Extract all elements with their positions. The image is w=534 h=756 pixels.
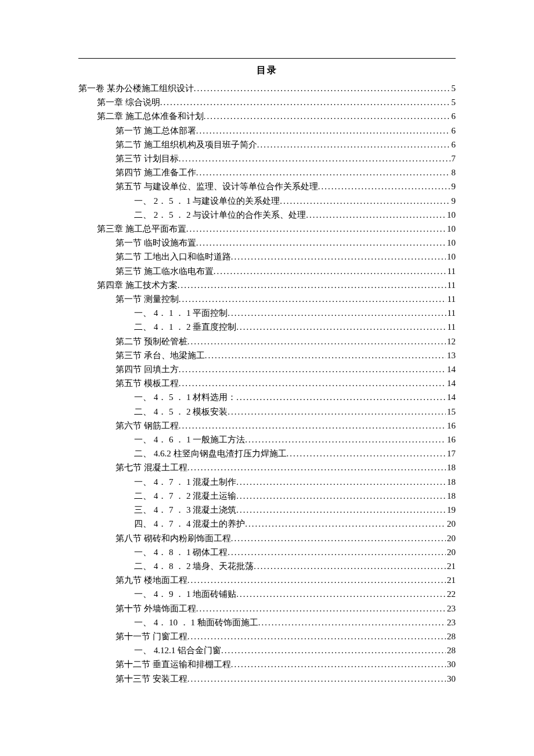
toc-entry-page: 10 bbox=[446, 250, 456, 264]
toc-entry-page: 20 bbox=[446, 545, 456, 559]
toc-entry-label: 第五节 与建设单位、监理、设计等单位合作关系处理 bbox=[116, 179, 318, 193]
toc-entry-page: 18 bbox=[446, 475, 456, 489]
toc-entry-page: 22 bbox=[446, 587, 456, 601]
toc-leader-dots bbox=[179, 419, 446, 433]
toc-entry-label: 第十二节 垂直运输和排棚工程 bbox=[116, 657, 231, 671]
toc-entry: 第十三节 安装工程30 bbox=[78, 672, 456, 686]
toc-leader-dots bbox=[160, 95, 450, 109]
toc-leader-dots bbox=[179, 292, 446, 306]
toc-entry-label: 第一节 临时设施布置 bbox=[116, 236, 196, 250]
toc-entry: 一、 4． 6 ． 1 一般施工方法16 bbox=[78, 433, 456, 447]
toc-entry-label: 二、 2． 5 ． 2 与设计单位的合作关系、处理 bbox=[134, 208, 306, 222]
toc-entry: 第八节 砌砖和内粉刷饰面工程20 bbox=[78, 531, 456, 545]
toc-entry-page: 14 bbox=[446, 362, 456, 376]
toc-leader-dots bbox=[258, 615, 446, 629]
toc-entry: 第三节 计划目标7 bbox=[78, 152, 456, 165]
toc-entry-page: 6 bbox=[450, 138, 456, 152]
toc-entry-label: 第七节 混凝土工程 bbox=[116, 460, 187, 474]
toc-leader-dots bbox=[231, 250, 446, 264]
toc-entry-label: 一、 4． 10 ． 1 釉面砖饰面施工 bbox=[134, 615, 258, 629]
toc-entry: 一、 4． 8 ． 1 砌体工程20 bbox=[78, 545, 456, 559]
toc-entry-label: 第二节 预制砼管桩 bbox=[116, 334, 187, 348]
toc-entry-label: 第十一节 门窗工程 bbox=[116, 629, 187, 643]
toc-leader-dots bbox=[214, 264, 446, 278]
toc-entry: 一、 4． 10 ． 1 釉面砖饰面施工23 bbox=[78, 615, 456, 629]
toc-leader-dots bbox=[236, 587, 446, 601]
toc-entry-page: 28 bbox=[446, 629, 456, 643]
toc-entry-label: 二、 4.6.2 柱竖向钢盘电渣打压力焊施工 bbox=[134, 447, 287, 460]
toc-entry-label: 一、 4． 9 ． 1 地面砖铺贴 bbox=[134, 587, 236, 601]
toc-leader-dots bbox=[228, 405, 446, 419]
toc-entry-page: 12 bbox=[446, 334, 456, 348]
toc-entry-page: 7 bbox=[450, 152, 456, 165]
toc-leader-dots bbox=[187, 672, 446, 686]
toc-leader-dots bbox=[205, 348, 446, 362]
toc-entry-page: 20 bbox=[446, 531, 456, 545]
toc-entry-page: 20 bbox=[446, 517, 456, 531]
toc-entry-label: 第三节 施工临水临电布置 bbox=[116, 264, 214, 278]
toc-entry: 一、 2． 5 ． 1 与建设单位的关系处理9 bbox=[78, 194, 456, 208]
toc-entry: 第一节 测量控制11 bbox=[78, 292, 456, 306]
toc-entry-page: 11 bbox=[446, 264, 456, 278]
toc-entry: 二、 4． 8 ． 2 墙身、天花批荡21 bbox=[78, 559, 456, 573]
toc-entry-page: 5 bbox=[450, 95, 456, 109]
toc-leader-dots bbox=[236, 475, 446, 489]
toc-leader-dots bbox=[231, 657, 446, 671]
toc-entry-label: 第一节 施工总体部署 bbox=[116, 124, 196, 138]
toc-entry: 二、 2． 5 ． 2 与设计单位的合作关系、处理10 bbox=[78, 208, 456, 222]
toc-leader-dots bbox=[236, 489, 446, 503]
toc-leader-dots bbox=[245, 517, 446, 531]
toc-leader-dots bbox=[186, 222, 446, 236]
toc-entry: 第二节 预制砼管桩12 bbox=[78, 334, 456, 348]
toc-entry-label: 一、 2． 5 ． 1 与建设单位的关系处理 bbox=[134, 194, 280, 208]
toc-leader-dots bbox=[287, 447, 446, 460]
toc-leader-dots bbox=[254, 559, 446, 573]
toc-entry: 一、 4． 5 ． 1 材料选用：14 bbox=[78, 390, 456, 404]
toc-leader-dots bbox=[178, 278, 446, 292]
toc-entry-page: 18 bbox=[446, 489, 456, 503]
toc-leader-dots bbox=[228, 545, 446, 559]
toc-entry: 第四节 施工准备工作8 bbox=[78, 165, 456, 179]
toc-entry-page: 8 bbox=[450, 165, 456, 179]
toc-entry: 第三章 施工总平面布置10 bbox=[78, 222, 456, 236]
toc-entry: 第五节 与建设单位、监理、设计等单位合作关系处理9 bbox=[78, 179, 456, 193]
toc-leader-dots bbox=[196, 124, 450, 138]
toc-entry: 第二节 工地出入口和临时道路10 bbox=[78, 250, 456, 264]
toc-entry-page: 16 bbox=[446, 433, 456, 447]
toc-entry: 三、 4． 7 ． 3 混凝土浇筑19 bbox=[78, 503, 456, 517]
toc-entry: 第四章 施工技术方案11 bbox=[78, 278, 456, 292]
toc-entry-label: 第三节 承台、地梁施工 bbox=[116, 348, 205, 362]
toc-entry-page: 23 bbox=[446, 615, 456, 629]
toc-entry: 二、 4． 7 ． 2 混凝土运输18 bbox=[78, 489, 456, 503]
toc-leader-dots bbox=[194, 81, 450, 95]
toc-entry-label: 第三章 施工总平面布置 bbox=[97, 222, 186, 236]
toc-entry: 第七节 混凝土工程18 bbox=[78, 460, 456, 474]
toc-entry-label: 第四章 施工技术方案 bbox=[97, 278, 178, 292]
toc-entry: 四、 4． 7 ． 4 混凝土的养护20 bbox=[78, 517, 456, 531]
toc-entry-page: 15 bbox=[446, 405, 456, 419]
toc-entry: 第十节 外墙饰面工程23 bbox=[78, 602, 456, 615]
toc-leader-dots bbox=[306, 208, 446, 222]
toc-entry-label: 一、 4． 1 ． 1 平面控制 bbox=[134, 306, 228, 320]
toc-entry-label: 二、 4． 8 ． 2 墙身、天花批荡 bbox=[134, 559, 254, 573]
toc-entry-label: 三、 4． 7 ． 3 混凝土浇筑 bbox=[134, 503, 236, 517]
toc-leader-dots bbox=[257, 138, 450, 152]
toc-entry-page: 21 bbox=[446, 573, 456, 587]
toc-entry: 第三节 承台、地梁施工13 bbox=[78, 348, 456, 362]
toc-entry: 一、 4． 9 ． 1 地面砖铺贴22 bbox=[78, 587, 456, 601]
toc-entry-page: 10 bbox=[446, 222, 456, 236]
toc-entry-label: 一、 4． 5 ． 1 材料选用： bbox=[134, 390, 236, 404]
toc-entry-page: 6 bbox=[450, 124, 456, 138]
toc-entry-label: 第二章 施工总体准备和计划 bbox=[97, 109, 204, 123]
toc-entry-page: 9 bbox=[450, 194, 456, 208]
toc-entry-page: 9 bbox=[450, 179, 456, 193]
toc-entry-label: 二、 4． 7 ． 2 混凝土运输 bbox=[134, 489, 236, 503]
toc-leader-dots bbox=[236, 390, 446, 404]
toc-entry-page: 11 bbox=[446, 320, 456, 334]
toc-leader-dots bbox=[280, 194, 450, 208]
toc-leader-dots bbox=[179, 362, 446, 376]
toc-entry-label: 一、 4． 7 ． 1 混凝土制作 bbox=[134, 475, 236, 489]
toc-entry: 第一卷 某办公楼施工组织设计5 bbox=[78, 81, 456, 95]
toc-entry-label: 一、 4.12.1 铝合金门窗 bbox=[134, 643, 221, 657]
toc-entry-page: 5 bbox=[450, 81, 456, 95]
